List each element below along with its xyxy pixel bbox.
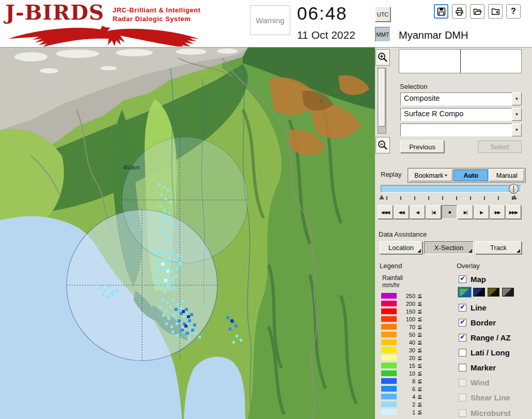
save-button[interactable] — [434, 4, 448, 19]
replay-timeline-slider[interactable] — [381, 185, 521, 193]
product-option-value[interactable] — [400, 123, 512, 136]
product-name-combobox[interactable]: Surface R Compo ▼ — [400, 108, 522, 121]
checkbox[interactable]: ✔ — [459, 334, 466, 342]
legend-color-swatch — [381, 332, 397, 337]
legend-unit-line1: Rainfall — [382, 274, 403, 282]
overlay-range-az-checkbox-row[interactable]: ✔ Range / AZ — [459, 332, 511, 343]
step-back-button[interactable]: |◀ — [426, 205, 441, 219]
product-option-combobox[interactable]: ▼ — [400, 123, 522, 136]
overlay-border-checkbox-row[interactable]: ✔ Border — [459, 317, 496, 328]
import-image-button[interactable] — [488, 4, 503, 19]
radar-map[interactable]: 450km — [0, 48, 375, 419]
map-style-option-1[interactable] — [459, 288, 471, 297]
overlay-marker-checkbox-row[interactable]: Marker — [459, 362, 496, 373]
fast-rewind-button[interactable]: ◀◀ — [394, 205, 409, 219]
warning-indicator[interactable]: Warning — [250, 5, 290, 35]
legend-value: 6 — [401, 386, 415, 392]
legend-row: 1≦ — [381, 408, 422, 416]
timeline-ticks — [386, 196, 513, 200]
checkbox[interactable] — [459, 349, 466, 356]
printer-icon — [455, 7, 464, 16]
location-button[interactable]: Location — [380, 241, 423, 254]
terrain-map-image: 450km — [0, 48, 375, 419]
chevron-down-icon[interactable]: ▼ — [512, 108, 522, 121]
magnifier-minus-icon — [377, 139, 388, 151]
zoom-in-button[interactable] — [375, 49, 390, 66]
magnifier-plus-icon — [377, 52, 388, 63]
map-style-option-2[interactable] — [473, 288, 485, 297]
chevron-down-icon[interactable]: ▼ — [512, 92, 522, 105]
fast-forward-button[interactable]: ▶▶ — [490, 205, 505, 219]
folder-open-icon — [473, 7, 482, 16]
resize-corner-icon — [468, 249, 472, 253]
track-label: Track — [490, 244, 507, 252]
legend-value: 40 — [401, 339, 415, 346]
warning-list-box[interactable] — [399, 49, 522, 73]
legend-color-swatch — [381, 394, 397, 399]
utc-toggle-button[interactable]: UTC — [375, 7, 390, 22]
skip-to-start-button[interactable]: ◀◀◀ — [378, 205, 393, 219]
overlay-lati-long-checkbox-row[interactable]: Lati / Long — [459, 347, 510, 358]
manual-mode-button[interactable]: Manual — [489, 169, 524, 181]
bookmark-button[interactable]: Bookmark ▾ — [409, 169, 452, 181]
play-button[interactable]: ▶ — [474, 205, 489, 219]
print-button[interactable] — [452, 4, 466, 19]
jbirds-app: J-BIRDS JRC-Brilliant & Intelligent Rada… — [0, 0, 532, 419]
map-zoom-slider[interactable] — [378, 68, 386, 134]
legend-lte-symbol: ≦ — [417, 362, 422, 369]
legend-row: 8≦ — [381, 377, 422, 385]
timeline-slider-thumb[interactable] — [509, 184, 519, 194]
skip-to-end-button[interactable]: ▶▶▶ — [506, 205, 521, 219]
select-button[interactable]: Select — [478, 141, 522, 153]
overlay-microburst-checkbox-row: Microburst — [459, 408, 511, 418]
help-button[interactable]: ? — [506, 4, 521, 19]
auto-mode-button[interactable]: Auto — [453, 169, 489, 181]
overlay-label: Range / AZ — [471, 333, 511, 342]
overlay-line-checkbox-row[interactable]: ✔ Line — [459, 302, 487, 313]
checkbox[interactable]: ✔ — [459, 304, 466, 312]
selection-section-label: Selection — [400, 83, 427, 90]
legend-color-swatch — [381, 324, 397, 330]
legend-color-swatch — [381, 370, 397, 376]
product-type-combobox[interactable]: Composite ▼ — [400, 92, 522, 105]
legend-lte-symbol: ≦ — [417, 378, 422, 384]
overlay-map-checkbox-row[interactable]: ✔ Map — [459, 274, 486, 284]
xsection-button[interactable]: X-Section — [424, 241, 474, 254]
checkbox[interactable] — [459, 364, 466, 371]
legend-lte-symbol: ≦ — [417, 339, 422, 346]
map-style-swatches — [459, 288, 514, 297]
legend-color-swatch — [381, 339, 397, 345]
previous-button[interactable]: Previous — [400, 141, 444, 153]
map-zoom-slider-thumb[interactable] — [379, 69, 385, 127]
product-type-value[interactable]: Composite — [400, 92, 512, 105]
legend-value: 150 — [401, 308, 415, 315]
checkbox[interactable]: ✔ — [459, 319, 466, 327]
open-file-button[interactable] — [470, 4, 484, 19]
legend-row: 20≦ — [381, 354, 422, 362]
check-icon: ✔ — [460, 319, 465, 325]
legend-color-swatch — [381, 378, 397, 384]
legend-lte-symbol: ≦ — [417, 316, 422, 322]
zoom-out-button[interactable] — [375, 137, 390, 153]
checkbox[interactable]: ✔ — [459, 275, 466, 283]
legend-value: 250 — [401, 293, 415, 299]
step-forward-button[interactable]: ▶| — [458, 205, 473, 219]
product-name-value[interactable]: Surface R Compo — [400, 108, 512, 121]
legend-color-swatch — [381, 401, 397, 407]
mmt-toggle-button[interactable]: MMT — [375, 27, 390, 42]
map-style-option-3[interactable] — [488, 288, 499, 297]
track-button[interactable]: Track — [475, 241, 522, 254]
play-reverse-button[interactable]: ◀ — [410, 205, 425, 219]
map-style-option-4[interactable] — [502, 288, 514, 297]
overlay-label: Marker — [471, 363, 496, 372]
legend-color-swatch — [381, 409, 397, 415]
legend-value: 10 — [401, 370, 415, 377]
legend-value: 15 — [401, 363, 415, 369]
legend-value: 200 — [401, 301, 415, 307]
replay-mode-group: Bookmark ▾ Auto Manual — [408, 168, 526, 183]
chevron-down-icon[interactable]: ▼ — [512, 123, 522, 136]
stop-button[interactable]: ■ — [442, 205, 457, 219]
xsection-label: X-Section — [434, 244, 463, 252]
legend-lte-symbol: ≦ — [417, 409, 422, 415]
eagle-logo-icon — [4, 24, 203, 46]
